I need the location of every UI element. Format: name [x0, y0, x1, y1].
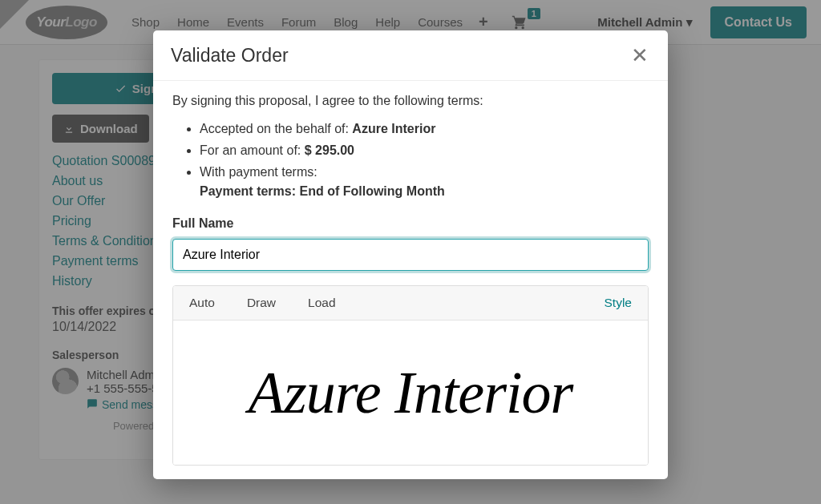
sig-tab-load[interactable]: Load [292, 286, 351, 320]
term-payment: With payment terms: Payment terms: End o… [200, 163, 649, 200]
sig-tab-draw[interactable]: Draw [231, 286, 292, 320]
validate-order-modal: Validate Order ✕ By signing this proposa… [153, 30, 668, 479]
modal-overlay: Validate Order ✕ By signing this proposa… [0, 0, 821, 504]
signature-preview: Azure Interior [249, 363, 573, 422]
modal-body: By signing this proposal, I agree to the… [153, 81, 668, 479]
close-icon: ✕ [631, 43, 649, 67]
crop-marker [0, 0, 29, 29]
term-amount: For an amount of: $ 295.00 [200, 141, 649, 159]
fullname-input[interactable] [172, 239, 649, 271]
payment-terms-label: With payment terms: [200, 165, 317, 179]
term-accepted-on-behalf: Accepted on the behalf of: Azure Interio… [200, 119, 649, 138]
sig-tab-auto[interactable]: Auto [173, 286, 231, 320]
signature-panel: Auto Draw Load Style Azure Interior [172, 285, 649, 466]
agreement-intro: By signing this proposal, I agree to the… [172, 94, 649, 108]
accepted-value: Azure Interior [352, 122, 435, 135]
sig-tab-style[interactable]: Style [588, 286, 648, 320]
signature-tabs: Auto Draw Load Style [173, 286, 648, 321]
payment-terms-value: Payment terms: End of Following Month [200, 184, 445, 198]
modal-close-button[interactable]: ✕ [629, 43, 650, 67]
fullname-label: Full Name [172, 216, 649, 231]
amount-label: For an amount of: [200, 143, 305, 157]
signature-canvas[interactable]: Azure Interior [173, 321, 648, 465]
accepted-label: Accepted on the behalf of: [200, 122, 352, 135]
agreement-terms: Accepted on the behalf of: Azure Interio… [172, 119, 649, 200]
amount-value: $ 295.00 [305, 143, 354, 157]
modal-title: Validate Order [171, 45, 289, 67]
